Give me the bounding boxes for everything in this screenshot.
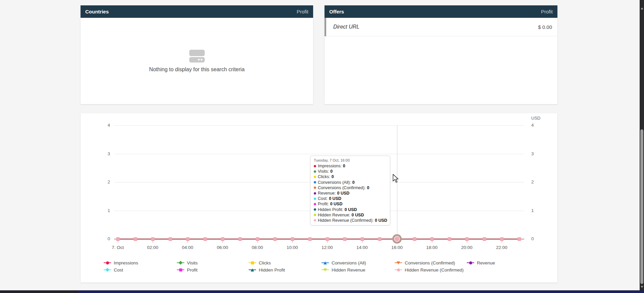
scrollbar-down-arrow-icon[interactable] bbox=[641, 286, 643, 288]
legend-marker bbox=[177, 260, 184, 265]
offer-row-direct-url[interactable]: Direct URL $ 0.00 bbox=[325, 18, 557, 36]
legend-item-cost[interactable]: Cost bbox=[104, 267, 123, 272]
data-point-marker bbox=[343, 237, 347, 241]
tooltip-series-value: 0 USD bbox=[330, 202, 343, 206]
data-point-marker bbox=[378, 237, 382, 241]
data-point-marker bbox=[360, 237, 364, 241]
tooltip-series-label: Hidden Profit: bbox=[318, 207, 343, 212]
scrollbar-thumb[interactable] bbox=[640, 129, 643, 284]
data-point-marker bbox=[483, 237, 486, 241]
triangle-down-marker-icon bbox=[397, 261, 400, 264]
legend-label: Clicks bbox=[259, 260, 271, 265]
legend-marker bbox=[249, 260, 256, 265]
tooltip-item: Hidden Revenue:0 USD bbox=[314, 212, 387, 218]
dashboard-page: Countries Profit Nothing to display for … bbox=[0, 0, 644, 293]
tooltip-item: Hidden Revenue (Confirmed):0 USD bbox=[314, 218, 387, 223]
data-point-marker bbox=[186, 237, 190, 241]
tooltip-series-dot-icon bbox=[314, 170, 316, 173]
tooltip-series-label: Conversions (All): bbox=[318, 180, 351, 185]
data-point-marker bbox=[134, 237, 137, 241]
tooltip-series-dot-icon bbox=[314, 203, 316, 205]
tooltip-title: Tuesday, 7 Oct, 16:00 bbox=[314, 158, 387, 162]
offer-row-accent-bar bbox=[325, 18, 326, 36]
legend-item-visits[interactable]: Visits bbox=[177, 260, 198, 265]
chart-tooltip: Tuesday, 7 Oct, 16:00 Impressions:0Visit… bbox=[310, 156, 390, 225]
vertical-scrollbar[interactable] bbox=[640, 0, 644, 293]
legend-item-profit[interactable]: Profit bbox=[177, 267, 198, 272]
square-marker-icon bbox=[179, 268, 182, 271]
tooltip-series-value: 0 USD bbox=[345, 207, 357, 212]
data-point-marker bbox=[500, 237, 504, 241]
legend-item-hidden-revenue[interactable]: Hidden Revenue bbox=[321, 267, 365, 272]
offers-panel-title: Offers bbox=[329, 9, 344, 14]
legend-item-hidden-revenue-confirmed[interactable]: Hidden Revenue (Confirmed) bbox=[395, 267, 464, 272]
legend-item-clicks[interactable]: Clicks bbox=[249, 260, 271, 265]
tooltip-series-dot-icon bbox=[314, 208, 316, 211]
countries-panel: Countries Profit Nothing to display for … bbox=[81, 5, 313, 104]
tooltip-series-label: Cost: bbox=[318, 196, 328, 201]
diamond-marker-icon bbox=[105, 268, 109, 271]
legend-marker bbox=[104, 260, 111, 265]
legend-marker bbox=[467, 260, 474, 265]
legend-item-conversions-confirmed[interactable]: Conversions (Confirmed) bbox=[395, 260, 455, 265]
tooltip-series-value: 0 bbox=[330, 169, 333, 174]
bottom-bar bbox=[78, 290, 644, 293]
tooltip-series-value: 0 USD bbox=[337, 191, 350, 196]
diamond-marker-icon bbox=[179, 261, 182, 264]
tooltip-series-value: 0 bbox=[352, 180, 355, 185]
tooltip-item: Profit:0 USD bbox=[314, 201, 387, 207]
legend-item-hidden-profit[interactable]: Hidden Profit bbox=[249, 267, 285, 272]
legend-label: Impressions bbox=[114, 260, 138, 265]
legend-marker bbox=[249, 267, 256, 272]
tooltip-item: Conversions (Confirmed):0 bbox=[314, 185, 387, 191]
circle-marker-icon bbox=[469, 261, 472, 264]
scrollbar-up-arrow-icon[interactable] bbox=[641, 7, 643, 9]
tooltip-item: Visits:0 bbox=[314, 169, 387, 174]
tooltip-item: Cost:0 USD bbox=[314, 196, 387, 201]
data-point-marker bbox=[256, 237, 259, 241]
legend-label: Hidden Profit bbox=[259, 267, 285, 273]
circle-marker-icon bbox=[106, 261, 109, 264]
legend-label: Hidden Revenue (Confirmed) bbox=[405, 267, 464, 273]
offers-panel-header: Offers Profit bbox=[325, 5, 557, 18]
circle-marker-icon bbox=[397, 268, 400, 271]
data-point-marker bbox=[465, 237, 469, 241]
tooltip-item: Hidden Profit:0 USD bbox=[314, 207, 387, 212]
tooltip-item: Impressions:0 bbox=[314, 163, 387, 169]
tooltip-series-dot-icon bbox=[314, 176, 316, 178]
data-point-marker bbox=[116, 237, 120, 241]
legend-label: Profit bbox=[187, 267, 198, 273]
bottom-bar-left bbox=[0, 290, 78, 293]
tooltip-series-value: 0 bbox=[332, 174, 334, 179]
square-marker-icon bbox=[251, 261, 254, 264]
countries-empty-text: Nothing to display for this search crite… bbox=[149, 67, 245, 73]
legend-item-conversions-all[interactable]: Conversions (All) bbox=[321, 260, 366, 265]
offer-name: Direct URL bbox=[333, 24, 359, 30]
tooltip-series-value: 0 bbox=[343, 164, 345, 168]
legend-marker bbox=[395, 267, 402, 272]
data-point-marker bbox=[430, 237, 434, 241]
triangle-down-marker-icon bbox=[324, 268, 327, 271]
highlighted-data-point bbox=[392, 234, 402, 244]
legend-item-impressions[interactable]: Impressions bbox=[104, 260, 138, 265]
tooltip-item: Revenue:0 USD bbox=[314, 191, 387, 196]
tooltip-item: Conversions (All):0 bbox=[314, 180, 387, 185]
data-point-marker bbox=[326, 237, 329, 241]
legend-marker bbox=[177, 267, 184, 272]
data-point-marker bbox=[413, 237, 416, 241]
x-axis-line bbox=[114, 239, 524, 239]
countries-empty-state: Nothing to display for this search crite… bbox=[81, 18, 313, 104]
data-point-marker bbox=[448, 237, 451, 241]
legend-label: Cost bbox=[114, 267, 123, 273]
legend-marker bbox=[321, 267, 329, 272]
legend-item-revenue[interactable]: Revenue bbox=[467, 260, 495, 265]
legend-label: Visits bbox=[187, 260, 198, 265]
legend-marker bbox=[104, 267, 111, 272]
data-point-marker bbox=[273, 237, 277, 241]
tooltip-series-value: 0 bbox=[367, 185, 369, 190]
data-point-marker bbox=[517, 237, 521, 241]
tooltip-series-label: Clicks: bbox=[318, 174, 330, 179]
data-point-marker bbox=[203, 237, 207, 241]
tooltip-series-label: Profit: bbox=[318, 202, 329, 206]
mouse-cursor bbox=[392, 174, 399, 183]
